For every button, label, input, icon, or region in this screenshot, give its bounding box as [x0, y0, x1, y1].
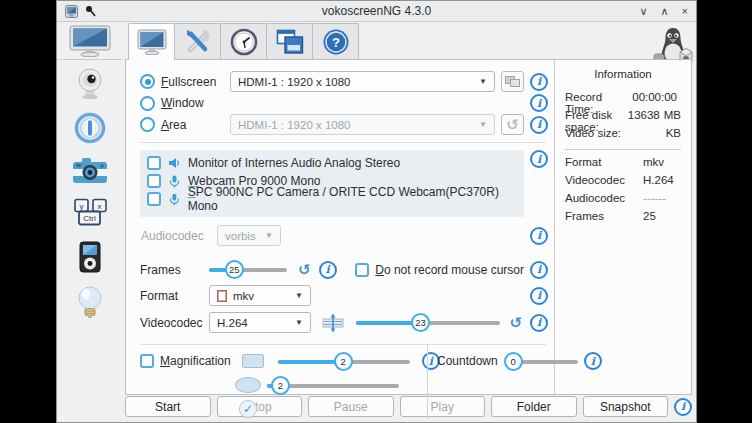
frames-row: Frames 25 ↺ i Do not record mouse cursor… [140, 260, 548, 279]
area-info-button[interactable]: i [530, 116, 548, 134]
shortcut-keys-icon: y x Ctrl [71, 198, 109, 228]
screen-tab-pane: Fullscreen HDMI-1 : 1920 x 1080 ▼ i [125, 59, 692, 395]
format-info-button[interactable]: i [530, 287, 548, 305]
videocodec-info-button[interactable]: i [530, 314, 548, 332]
undo-icon: ↺ [506, 117, 519, 132]
sidebar-item-camera[interactable] [72, 157, 108, 189]
info-videocodec-row: Videocodec H.264 [565, 174, 681, 192]
audio-device-row[interactable]: SPC 900NC PC Camera / ORITE CCD Webcam(P… [147, 191, 524, 207]
maximize-button[interactable]: ∧ [661, 6, 669, 17]
sidebar-item-screen[interactable] [57, 22, 122, 60]
help-icon: ? [322, 28, 350, 56]
chevron-down-icon: ▼ [265, 231, 273, 240]
frames-reset-button[interactable]: ↺ [298, 262, 311, 277]
close-button[interactable]: × [682, 6, 688, 17]
audiocodec-select: vorbis ▼ [217, 225, 281, 246]
sidebar-item-showclick[interactable] [74, 112, 106, 148]
webcam-icon [74, 67, 106, 99]
videocodec-reset-button[interactable]: ↺ [509, 315, 522, 330]
tab-timer[interactable] [220, 23, 267, 59]
fullscreen-radio[interactable] [140, 74, 155, 89]
format-select[interactable]: mkv ▼ [209, 285, 311, 306]
videocodec-select[interactable]: H.264 ▼ [209, 312, 311, 333]
area-row: Area HDMI-1 : 1920 x 1080 ▼ ↺ i [140, 114, 548, 135]
videocodec-label: Videocodec [140, 316, 204, 330]
audio-section: Monitor of Internes Audio Analog Stereo … [140, 150, 548, 217]
speaker-icon [168, 157, 181, 169]
area-screen-select: HDMI-1 : 1920 x 1080 ▼ [230, 114, 495, 135]
videocodec-quality-handle[interactable]: 23 [411, 313, 430, 332]
magnification-oval-shape[interactable] [235, 377, 261, 393]
videocodec-quality-slider[interactable]: 23 [356, 313, 500, 332]
countdown-handle[interactable]: 0 [504, 352, 523, 371]
player-icon [77, 241, 103, 273]
minimize-button[interactable]: ∨ [639, 6, 647, 17]
audio-device-label: SPC 900NC PC Camera / ORITE CCD Webcam(P… [188, 185, 524, 213]
window-info-button[interactable]: i [530, 94, 548, 112]
frames-slider[interactable]: 25 [209, 260, 287, 279]
audio-device-list: Monitor of Internes Audio Analog Stereo … [140, 150, 524, 217]
window-title: vokoscreenNG 4.3.0 [57, 4, 696, 18]
screen-icon [69, 25, 111, 57]
tab-windows[interactable] [266, 23, 313, 59]
lamp-icon [76, 286, 104, 320]
info-frames-value: 25 [643, 210, 656, 228]
showclick-icon [74, 112, 106, 144]
frames-info-button[interactable]: i [319, 261, 337, 279]
audio-device-checkbox[interactable] [147, 174, 161, 188]
sidebar-item-shortcuts[interactable]: y x Ctrl [71, 198, 109, 232]
window-label: Window [161, 96, 204, 110]
svg-text:x: x [97, 202, 101, 211]
titlebar: vokoscreenNG 4.3.0 ∨ ∧ × [57, 1, 696, 22]
magnification-zoom-handle[interactable]: 2 [271, 376, 290, 395]
frames-slider-handle[interactable]: 25 [225, 260, 244, 279]
svg-text:?: ? [332, 35, 340, 50]
sidebar: y x Ctrl [57, 22, 122, 422]
record-time-value: 00:00:00 [632, 91, 677, 103]
info-videocodec-value: H.264 [643, 174, 674, 192]
dual-screen-icon [505, 76, 520, 88]
format-label: Format [140, 289, 204, 303]
magnification-check-icon[interactable]: ✓ [239, 400, 257, 418]
free-disk-value: 13638 [628, 109, 660, 121]
info-audiocodec-row: Audiocodec ------ [565, 192, 681, 210]
info-format-row: Format mkv [565, 156, 681, 174]
countdown-slider[interactable]: 0 [506, 352, 578, 371]
svg-text:Ctrl: Ctrl [83, 214, 96, 223]
magnification-size-slider[interactable]: 2 [278, 352, 410, 371]
audio-device-checkbox[interactable] [147, 156, 161, 170]
audio-device-checkbox[interactable] [147, 192, 161, 206]
mouse-cursor-info-button[interactable]: i [530, 261, 548, 279]
area-radio[interactable] [140, 117, 155, 132]
sidebar-item-webcam[interactable] [74, 67, 106, 103]
separator [140, 142, 546, 143]
microphone-icon [168, 193, 181, 206]
audiocodec-info-button[interactable]: i [530, 227, 548, 245]
info-frames-row: Frames 25 [565, 210, 681, 228]
tab-tools[interactable] [174, 23, 221, 59]
sidebar-item-player[interactable] [77, 241, 103, 277]
mkv-file-icon [217, 290, 227, 302]
magnification-checkbox[interactable] [140, 354, 154, 368]
tab-help[interactable]: ? [312, 23, 359, 59]
window-row: Window i [140, 94, 548, 112]
footer-info-button[interactable]: i [674, 398, 692, 416]
videocodec-row: Videocodec H.264 ▼ [140, 312, 548, 333]
audio-device-label: Monitor of Internes Audio Analog Stereo [188, 156, 400, 170]
fullscreen-info-button[interactable]: i [530, 73, 548, 91]
all-screens-button[interactable] [501, 71, 524, 92]
magnification-zoom-slider[interactable]: 2 [267, 376, 399, 395]
audio-device-row[interactable]: Monitor of Internes Audio Analog Stereo [147, 155, 524, 171]
magnification-rect-shape[interactable] [242, 354, 264, 368]
audio-info-button[interactable]: i [530, 150, 548, 168]
fullscreen-label: Fullscreen [161, 75, 224, 89]
tab-screen[interactable] [128, 23, 175, 60]
countdown-label: Countdown [437, 354, 498, 368]
window-radio[interactable] [140, 96, 155, 111]
magnification-label: Magnification [160, 354, 231, 368]
mouse-cursor-checkbox[interactable] [355, 263, 369, 277]
area-reset-button: ↺ [501, 114, 524, 135]
sidebar-item-lamp[interactable] [76, 286, 104, 324]
fullscreen-screen-select[interactable]: HDMI-1 : 1920 x 1080 ▼ [230, 71, 495, 92]
magnification-size-handle[interactable]: 2 [334, 352, 353, 371]
